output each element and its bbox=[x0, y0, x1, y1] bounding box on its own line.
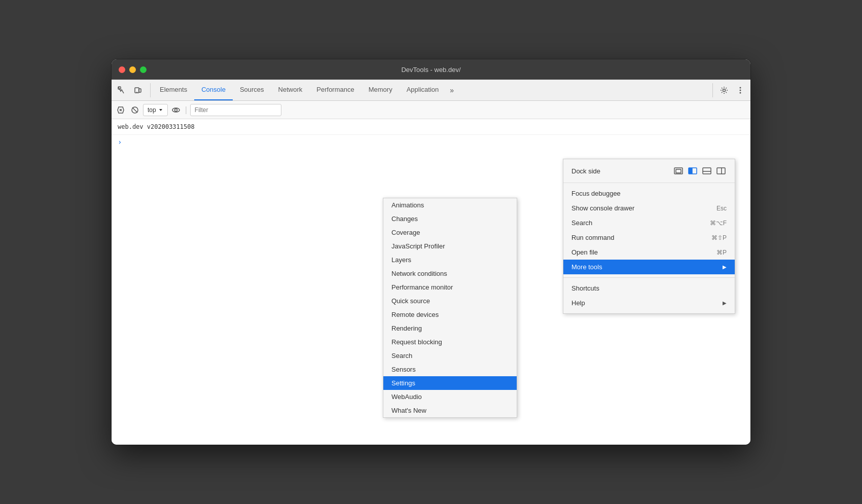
live-expressions-button[interactable] bbox=[170, 104, 182, 116]
more-tools-submenu[interactable]: Animations Changes Coverage JavaScript P… bbox=[383, 198, 517, 418]
dropdown-overlay: Animations Changes Coverage JavaScript P… bbox=[112, 119, 750, 445]
minimize-button[interactable] bbox=[129, 66, 136, 73]
main-toolbar: Elements Console Sources Network Perform… bbox=[112, 80, 750, 101]
menu-item-performance-monitor[interactable]: Performance monitor bbox=[383, 280, 517, 294]
dock-left-icon[interactable] bbox=[687, 165, 698, 176]
more-tabs-button[interactable]: » bbox=[446, 80, 458, 100]
menu-item-remote-devices[interactable]: Remote devices bbox=[383, 308, 517, 321]
tab-application[interactable]: Application bbox=[400, 80, 446, 100]
divider-bar: | bbox=[184, 105, 188, 115]
svg-rect-2 bbox=[139, 89, 141, 92]
tab-network[interactable]: Network bbox=[271, 80, 310, 100]
menu-item-network-conditions[interactable]: Network conditions bbox=[383, 267, 517, 280]
dock-side-section: Dock side bbox=[563, 159, 735, 183]
submenu-arrow-icon: ▶ bbox=[723, 264, 727, 270]
menu-item-whats-new[interactable]: What's New bbox=[383, 404, 517, 417]
filter-input[interactable] bbox=[190, 104, 281, 116]
menu-run-command[interactable]: Run command ⌘⇧P bbox=[563, 230, 735, 245]
svg-point-6 bbox=[740, 89, 741, 91]
menu-item-settings[interactable]: Settings bbox=[383, 376, 517, 390]
menu-item-js-profiler[interactable]: JavaScript Profiler bbox=[383, 239, 517, 253]
svg-rect-20 bbox=[703, 168, 711, 174]
menu-item-quick-source[interactable]: Quick source bbox=[383, 294, 517, 308]
tab-elements[interactable]: Elements bbox=[153, 80, 194, 100]
context-value: top bbox=[148, 106, 156, 114]
menu-item-request-blocking[interactable]: Request blocking bbox=[383, 335, 517, 349]
menu-open-file[interactable]: Open file ⌘P bbox=[563, 245, 735, 260]
menu-item-layers[interactable]: Layers bbox=[383, 253, 517, 267]
svg-line-12 bbox=[132, 107, 137, 113]
menu-search[interactable]: Search ⌘⌥F bbox=[563, 215, 735, 230]
dock-icons-group bbox=[673, 165, 727, 176]
dock-undock-icon[interactable] bbox=[673, 165, 684, 176]
menu-focus-debuggee[interactable]: Focus debuggee bbox=[563, 186, 735, 201]
svg-point-14 bbox=[174, 109, 177, 111]
menu-shortcuts[interactable]: Shortcuts bbox=[563, 281, 735, 296]
tab-performance[interactable]: Performance bbox=[309, 80, 361, 100]
maximize-button[interactable] bbox=[140, 66, 147, 73]
version-output: web.dev v202003311508 bbox=[112, 119, 750, 135]
menu-item-animations[interactable]: Animations bbox=[383, 198, 517, 212]
help-submenu-arrow-icon: ▶ bbox=[723, 300, 727, 306]
titlebar: DevTools - web.dev/ bbox=[112, 59, 750, 80]
devtools-window: DevTools - web.dev/ Elements bbox=[112, 59, 750, 445]
customize-devtools-icon[interactable] bbox=[733, 83, 747, 97]
window-title: DevTools - web.dev/ bbox=[401, 66, 460, 74]
main-menu-section-1: Focus debuggee Show console drawer Esc S… bbox=[563, 183, 735, 278]
device-toolbar-icon[interactable] bbox=[131, 83, 145, 97]
tab-memory[interactable]: Memory bbox=[362, 80, 400, 100]
menu-item-webaudio[interactable]: WebAudio bbox=[383, 390, 517, 404]
menu-item-rendering[interactable]: Rendering bbox=[383, 321, 517, 335]
menu-help[interactable]: Help ▶ bbox=[563, 296, 735, 310]
menu-more-tools[interactable]: More tools ▶ bbox=[563, 260, 735, 274]
menu-item-changes[interactable]: Changes bbox=[383, 212, 517, 226]
dock-right-icon[interactable] bbox=[715, 165, 727, 176]
svg-point-7 bbox=[740, 92, 741, 93]
tab-sources[interactable]: Sources bbox=[233, 80, 271, 100]
menu-item-sensors[interactable]: Sensors bbox=[383, 363, 517, 376]
svg-point-5 bbox=[740, 87, 741, 88]
main-menu-section-2: Shortcuts Help ▶ bbox=[563, 278, 735, 313]
svg-rect-19 bbox=[689, 168, 692, 174]
main-context-menu[interactable]: Dock side bbox=[563, 159, 735, 314]
clear-console-button[interactable] bbox=[115, 104, 127, 116]
dock-bottom-icon[interactable] bbox=[701, 165, 712, 176]
stop-logging-button[interactable] bbox=[129, 104, 141, 116]
dock-side-label: Dock side bbox=[571, 167, 669, 175]
toolbar-left-icons bbox=[115, 83, 151, 97]
toolbar-right-icons bbox=[712, 83, 747, 97]
svg-point-4 bbox=[723, 89, 726, 91]
console-prompt-row: › bbox=[112, 135, 750, 149]
inspect-element-icon[interactable] bbox=[115, 83, 129, 97]
menu-item-search[interactable]: Search bbox=[383, 349, 517, 363]
close-button[interactable] bbox=[119, 66, 125, 73]
menu-show-console-drawer[interactable]: Show console drawer Esc bbox=[563, 201, 735, 215]
console-toolbar: top | bbox=[112, 101, 750, 119]
tab-console[interactable]: Console bbox=[194, 80, 233, 100]
window-controls bbox=[119, 66, 147, 73]
main-tabs: Elements Console Sources Network Perform… bbox=[153, 80, 712, 100]
dock-side-row: Dock side bbox=[563, 162, 735, 179]
svg-rect-16 bbox=[676, 169, 681, 173]
context-selector[interactable]: top bbox=[143, 104, 168, 116]
console-content: web.dev v202003311508 › Animations Chang… bbox=[112, 119, 750, 445]
menu-item-coverage[interactable]: Coverage bbox=[383, 226, 517, 239]
prompt-arrow-icon: › bbox=[118, 138, 122, 146]
settings-icon[interactable] bbox=[717, 83, 731, 97]
svg-rect-22 bbox=[717, 168, 725, 174]
